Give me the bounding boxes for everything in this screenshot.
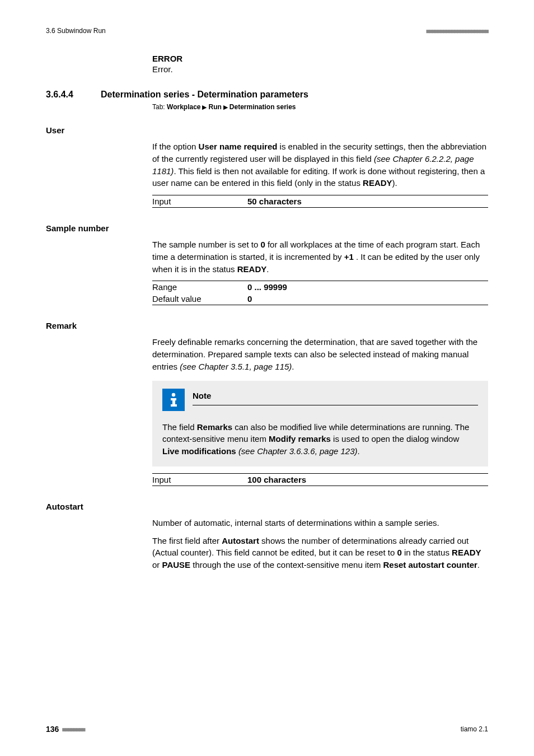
sample-default-value: 0: [247, 294, 252, 304]
svg-point-0: [172, 393, 175, 396]
tab-path-1: Run: [208, 103, 221, 111]
user-input-label: Input: [152, 197, 247, 206]
sample-range-value: 0 ... 99999: [247, 282, 287, 292]
sample-label: Sample number: [46, 223, 488, 233]
remark-paragraph: Freely definable remarks concerning the …: [152, 336, 488, 372]
autostart-paragraph-1: Number of automatic, internal starts of …: [152, 517, 488, 529]
page-footer: 136 ■■■■■■■■ tiamo 2.1: [46, 725, 488, 734]
sample-spec-table: Range 0 ... 99999 Default value 0: [152, 281, 488, 305]
autostart-paragraph-2: The first field after Autostart shows th…: [152, 535, 488, 571]
remark-input-value: 100 characters: [247, 475, 306, 484]
page-header: 3.6 Subwindow Run ■■■■■■■■■■■■■■■■■■■■■■: [46, 27, 488, 35]
footer-dots: ■■■■■■■■: [62, 726, 85, 732]
error-title: ERROR: [152, 54, 488, 63]
note-body: The field Remarks can also be modified l…: [162, 421, 478, 458]
section-heading: 3.6.4.4 Determination series - Determina…: [46, 90, 488, 100]
section-title: Determination series - Determination par…: [101, 90, 308, 100]
page-number: 136: [46, 725, 59, 734]
user-paragraph: If the option User name required is enab…: [152, 141, 488, 189]
arrow-icon: ▶: [222, 104, 229, 110]
tab-breadcrumb: Tab: Workplace▶Run▶Determination series: [152, 103, 488, 111]
svg-rect-3: [171, 404, 177, 407]
error-desc: Error.: [152, 64, 488, 74]
tab-path-0: Workplace: [167, 103, 200, 111]
header-section-ref: 3.6 Subwindow Run: [46, 27, 106, 35]
sample-range-label: Range: [152, 282, 247, 292]
user-label: User: [46, 125, 488, 135]
user-input-value: 50 characters: [247, 197, 302, 206]
note-title: Note: [193, 391, 211, 400]
user-spec-table: Input 50 characters: [152, 195, 488, 208]
arrow-icon: ▶: [200, 104, 208, 110]
footer-product: tiamo 2.1: [461, 725, 488, 733]
autostart-label: Autostart: [46, 502, 488, 511]
tab-path-2: Determination series: [229, 103, 296, 111]
note-box: Note The field Remarks can also be modif…: [152, 381, 488, 466]
info-icon: [162, 389, 185, 411]
tab-prefix: Tab:: [152, 103, 167, 111]
remark-spec-table: Input 100 characters: [152, 473, 488, 486]
sample-paragraph: The sample number is set to 0 for all wo…: [152, 239, 488, 275]
remark-label: Remark: [46, 321, 488, 330]
remark-input-label: Input: [152, 475, 247, 484]
header-dots: ■■■■■■■■■■■■■■■■■■■■■■: [427, 28, 488, 34]
sample-default-label: Default value: [152, 294, 247, 304]
section-number: 3.6.4.4: [46, 90, 101, 100]
